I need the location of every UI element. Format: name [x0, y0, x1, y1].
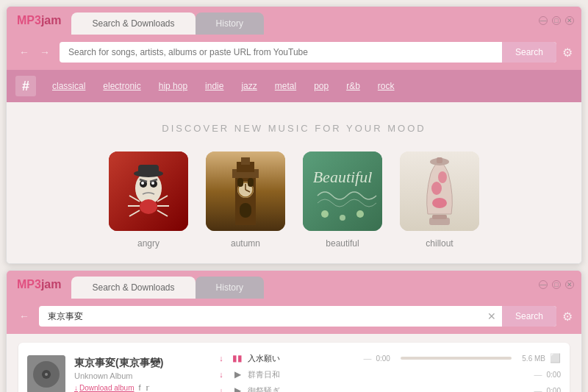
logo-mp3-2: MP3	[17, 278, 41, 291]
search-bar-1: ← → Search ⚙	[7, 35, 581, 70]
track-play-3[interactable]: ▶	[232, 385, 243, 392]
mood-beautiful-label: beautiful	[326, 238, 359, 249]
mood-angry[interactable]: angry	[109, 152, 188, 249]
main-content-1: DISCOVER NEW MUSIC FOR YOUR MOOD	[7, 102, 581, 263]
genre-rnb[interactable]: r&b	[339, 78, 368, 94]
svg-point-32	[321, 210, 329, 218]
mood-autumn-thumb	[206, 152, 285, 231]
mood-angry-thumb	[109, 152, 188, 231]
genre-metal[interactable]: metal	[268, 78, 304, 94]
genre-hash-icon[interactable]: #	[15, 76, 36, 96]
track-download-1[interactable]: ↓	[215, 352, 227, 364]
genre-electronic[interactable]: electronic	[96, 78, 148, 94]
logo-mp3: MP3	[17, 14, 41, 27]
maximize-button-2[interactable]: □	[552, 280, 561, 289]
result-title: 東京事変(東京事變)	[74, 357, 207, 370]
search-input-2[interactable]	[39, 306, 481, 327]
clear-search-button[interactable]: ✕	[481, 310, 502, 322]
genre-classical[interactable]: classical	[45, 78, 93, 94]
svg-point-40	[438, 171, 447, 183]
result-item: 東京事変(東京事變) Unknown Album ↓ Download albu…	[18, 343, 570, 392]
nav-buttons-2: ←	[15, 307, 33, 325]
tab-search-downloads-1[interactable]: Search & Downloads	[71, 13, 195, 35]
track-download-3[interactable]: ↓	[215, 385, 227, 392]
track-name-3: 御祭騒ぎ	[248, 385, 530, 393]
search-input-1[interactable]	[60, 42, 502, 63]
settings-button-1[interactable]: ⚙	[562, 46, 573, 60]
track-download-2[interactable]: ↓	[215, 368, 227, 380]
tabs-area-2: Search & Downloads History	[71, 271, 531, 299]
genre-indie[interactable]: indie	[198, 78, 231, 94]
twitter-icon[interactable]: 𝕣	[146, 383, 149, 393]
svg-point-46	[45, 373, 48, 376]
download-album-text: Download album	[79, 384, 135, 392]
mood-autumn[interactable]: autumn	[206, 152, 285, 249]
svg-rect-37	[432, 215, 447, 219]
ext-link-1[interactable]: ⬜	[550, 353, 561, 363]
genre-pop[interactable]: pop	[306, 78, 336, 94]
track-pause-1[interactable]: ▮▮	[232, 352, 243, 364]
mood-chillout[interactable]: chillout	[400, 152, 479, 249]
mood-angry-label: angry	[137, 238, 159, 249]
title-bar-1: MP3jam Search & Downloads History — □ ✕	[7, 7, 581, 35]
logo-jam: jam	[41, 14, 62, 27]
track-duration-3: 0:00	[547, 387, 561, 393]
window-controls-2: — □ ✕	[531, 271, 581, 299]
mood-beautiful-thumb: Beautiful	[303, 152, 382, 231]
download-icon: ↓	[74, 384, 78, 392]
track-duration-2: 0:00	[547, 371, 561, 379]
track-play-2[interactable]: ▶	[232, 368, 243, 380]
tab-search-downloads-2[interactable]: Search & Downloads	[71, 277, 195, 299]
search-button-2[interactable]: Search	[502, 306, 556, 327]
mood-autumn-label: autumn	[231, 238, 260, 249]
svg-rect-17	[138, 165, 159, 174]
svg-rect-28	[237, 178, 243, 187]
progress-bar-1[interactable]	[401, 357, 512, 360]
window-2: MP3jam Search & Downloads History — □ ✕ …	[6, 270, 582, 392]
svg-point-5	[141, 182, 144, 185]
mood-chillout-thumb	[400, 152, 479, 231]
genre-hiphop[interactable]: hip hop	[151, 78, 195, 94]
track-row: ↓ ▶ 御祭騒ぎ — 0:00	[215, 382, 561, 392]
maximize-button-1[interactable]: □	[552, 16, 561, 25]
genre-rock[interactable]: rock	[370, 78, 402, 94]
search-button-1[interactable]: Search	[502, 42, 556, 63]
track-size-1: 5.6 MB	[522, 354, 545, 363]
close-button-2[interactable]: ✕	[565, 280, 574, 289]
result-thumb	[27, 355, 65, 392]
back-button-2[interactable]: ←	[15, 307, 33, 325]
track-name-1: 入水願い	[248, 353, 359, 364]
track-sep-2: —	[534, 370, 542, 379]
tab-history-1[interactable]: History	[196, 13, 264, 35]
minimize-button-2[interactable]: —	[539, 280, 548, 289]
tab-history-2[interactable]: History	[196, 277, 264, 299]
back-button-1[interactable]: ←	[15, 43, 33, 61]
facebook-icon[interactable]: f	[139, 383, 141, 392]
result-info: 東京事変(東京事變) Unknown Album ↓ Download albu…	[74, 357, 207, 393]
svg-rect-42	[437, 157, 442, 163]
discover-title: DISCOVER NEW MUSIC FOR YOUR MOOD	[21, 123, 567, 134]
download-album-link[interactable]: ↓ Download album	[74, 384, 135, 392]
search-input-wrap-2: ✕ Search	[39, 306, 556, 327]
genre-bar-1: # classical electronic hip hop indie jaz…	[7, 70, 581, 102]
window-controls-1: — □ ✕	[531, 7, 581, 35]
logo-jam-2: jam	[41, 278, 62, 291]
genre-jazz[interactable]: jazz	[234, 78, 264, 94]
forward-button-1[interactable]: →	[36, 43, 54, 61]
svg-point-39	[431, 182, 442, 195]
svg-text:Beautiful: Beautiful	[313, 168, 373, 186]
mood-chillout-label: chillout	[426, 238, 453, 249]
close-button-1[interactable]: ✕	[565, 16, 574, 25]
svg-point-33	[356, 210, 364, 218]
svg-point-34	[340, 215, 345, 221]
tracks-area: ↓ ▮▮ 入水願い — 0:00 5.6 MB ⬜ ↓ ▶	[215, 350, 561, 392]
settings-button-2[interactable]: ⚙	[562, 310, 573, 324]
minimize-button-1[interactable]: —	[539, 16, 548, 25]
track-duration-1: 0:00	[376, 354, 390, 363]
track-row: ↓ ▶ 群青日和 — 0:00	[215, 366, 561, 382]
mood-beautiful[interactable]: Beautiful beautiful	[303, 152, 382, 249]
result-actions: ↓ Download album f 𝕣	[74, 383, 207, 393]
svg-point-9	[140, 199, 157, 214]
tabs-area-1: Search & Downloads History	[71, 7, 531, 35]
search-bar-2: ← ✕ Search ⚙	[7, 299, 581, 334]
